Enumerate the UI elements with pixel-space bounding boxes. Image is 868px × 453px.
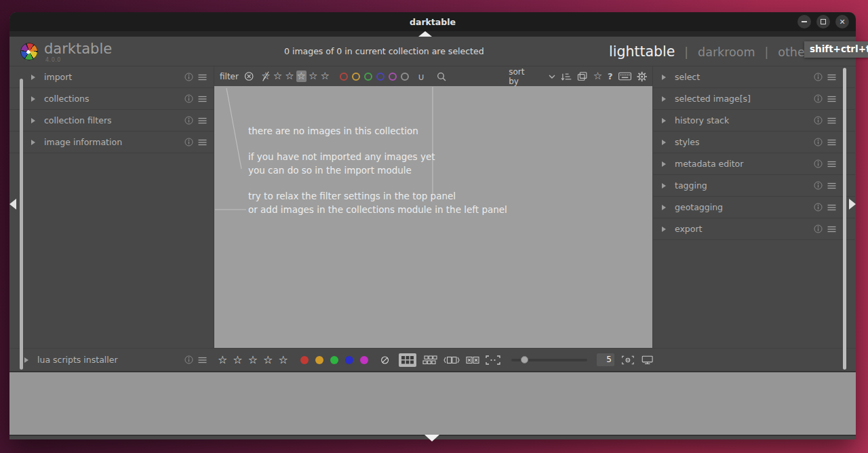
module-header[interactable]: geotagging — [653, 197, 855, 218]
module-presets-icon[interactable] — [827, 204, 836, 211]
yellow-label-filter-icon[interactable] — [352, 73, 360, 81]
collapse-bottom-arrow-icon[interactable] — [425, 435, 439, 441]
purple-label-filter-icon[interactable] — [389, 73, 397, 81]
culling-dynamic-icon[interactable] — [466, 355, 479, 365]
expander-triangle-icon — [24, 357, 28, 363]
star-filter-3-icon[interactable]: ☆ — [296, 71, 307, 82]
focus-peaking-icon[interactable] — [621, 355, 635, 366]
clear-color-labels-icon[interactable] — [380, 355, 389, 366]
module-info-icon[interactable] — [814, 94, 823, 103]
thumbnail-size-slider[interactable] — [511, 359, 587, 361]
module-info-icon[interactable] — [814, 224, 823, 233]
module-presets-icon[interactable] — [198, 139, 207, 146]
slider-knob[interactable] — [521, 356, 528, 363]
tab-lighttable[interactable]: lighttable — [609, 43, 675, 60]
shortcuts-keyboard-icon[interactable] — [618, 72, 631, 81]
red-label-icon[interactable] — [300, 356, 309, 364]
rate-3-star-icon[interactable]: ☆ — [248, 355, 258, 366]
module-header[interactable]: history stack — [653, 110, 855, 132]
module-header[interactable]: import — [9, 66, 214, 88]
star-filter-1-icon[interactable]: ☆ — [273, 71, 283, 82]
display-profile-icon[interactable] — [642, 355, 653, 366]
rate-4-star-icon[interactable]: ☆ — [263, 355, 273, 366]
green-label-icon[interactable] — [330, 356, 338, 364]
module-presets-icon[interactable] — [827, 161, 836, 168]
module-info-icon[interactable] — [814, 138, 823, 146]
module-presets-icon[interactable] — [198, 117, 207, 124]
label-union-operator-icon[interactable]: ∪ — [418, 71, 425, 82]
sort-order-icon[interactable] — [561, 72, 572, 81]
module-header[interactable]: select — [653, 66, 855, 88]
rate-5-star-icon[interactable]: ☆ — [278, 355, 288, 366]
module-info-icon[interactable] — [184, 73, 193, 81]
module-header[interactable]: metadata editor — [653, 153, 855, 175]
collapse-top-arrow-icon[interactable] — [418, 31, 432, 37]
module-header[interactable]: styles — [653, 132, 855, 153]
blue-label-icon[interactable] — [345, 356, 353, 364]
right-panel-scrollbar[interactable] — [843, 68, 846, 370]
module-info-icon[interactable] — [184, 355, 193, 364]
module-presets-icon[interactable] — [827, 139, 836, 146]
module-info-icon[interactable] — [814, 181, 823, 190]
module-header[interactable]: selected image[s] — [653, 88, 855, 110]
preferences-gear-icon[interactable] — [637, 71, 647, 82]
star-filter-2-icon[interactable]: ☆ — [284, 71, 294, 82]
zoom-level-value[interactable]: 5 — [597, 353, 614, 366]
module-label: geotagging — [675, 202, 814, 212]
zero-star-filter-icon[interactable]: ☆ — [260, 71, 271, 82]
red-label-filter-icon[interactable] — [340, 73, 348, 81]
module-presets-icon[interactable] — [198, 74, 207, 81]
reject-filter-icon[interactable] — [244, 71, 254, 81]
minimize-button[interactable] — [797, 15, 811, 28]
star-filter-4-icon[interactable]: ☆ — [308, 71, 318, 82]
module-presets-icon[interactable] — [827, 226, 836, 233]
module-header[interactable]: export — [653, 218, 855, 240]
rate-2-star-icon[interactable]: ☆ — [233, 355, 242, 366]
module-header[interactable]: collection filters — [9, 110, 214, 132]
module-info-icon[interactable] — [814, 203, 823, 212]
rate-1-star-icon[interactable]: ☆ — [218, 355, 227, 366]
full-preview-icon[interactable] — [486, 355, 500, 365]
module-info-icon[interactable] — [184, 94, 193, 103]
zoomable-lighttable-icon[interactable] — [422, 355, 437, 365]
module-presets-icon[interactable] — [827, 182, 836, 189]
expander-triangle-icon — [31, 118, 35, 123]
collapse-right-panel-arrow-icon[interactable] — [849, 199, 856, 210]
module-info-icon[interactable] — [184, 116, 193, 125]
module-presets-icon[interactable] — [198, 357, 207, 363]
close-button[interactable]: ✕ — [835, 15, 849, 28]
search-input[interactable] — [449, 71, 498, 83]
maximize-button[interactable] — [816, 15, 830, 28]
overlays-icon[interactable]: ☆ — [593, 71, 602, 81]
module-header-lua-scripts[interactable]: lua scripts installer — [9, 349, 214, 371]
left-panel-scrollbar[interactable] — [20, 79, 23, 370]
help-icon[interactable]: ? — [608, 71, 613, 81]
module-info-icon[interactable] — [814, 116, 823, 125]
module-info-icon[interactable] — [184, 138, 193, 146]
module-header[interactable]: collections — [9, 88, 214, 110]
yellow-label-icon[interactable] — [315, 356, 323, 364]
blue-label-filter-icon[interactable] — [376, 73, 384, 81]
green-label-filter-icon[interactable] — [364, 73, 372, 81]
module-header[interactable]: tagging — [653, 175, 855, 197]
filmstrip-area[interactable] — [9, 371, 856, 436]
expander-triangle-icon — [31, 75, 35, 80]
culling-fixed-icon[interactable] — [443, 355, 460, 365]
module-presets-icon[interactable] — [827, 117, 836, 124]
magenta-label-icon[interactable] — [360, 356, 368, 364]
module-info-icon[interactable] — [814, 159, 823, 168]
sort-field-dropdown[interactable] — [541, 71, 555, 83]
window-titlebar[interactable]: darktable ✕ — [9, 12, 856, 31]
gray-label-filter-icon[interactable] — [401, 73, 409, 81]
module-header[interactable]: image information — [9, 132, 214, 153]
module-info-icon[interactable] — [814, 73, 823, 81]
module-presets-icon[interactable] — [827, 96, 836, 102]
grid-icon — [401, 356, 414, 364]
grouping-icon[interactable] — [577, 71, 587, 81]
filemanager-layout-button[interactable] — [399, 353, 416, 367]
star-filter-5-icon[interactable]: ☆ — [320, 71, 330, 82]
collapse-left-panel-arrow-icon[interactable] — [9, 199, 16, 210]
module-presets-icon[interactable] — [827, 74, 836, 81]
tab-darkroom[interactable]: darkroom — [698, 45, 755, 59]
module-presets-icon[interactable] — [198, 96, 207, 102]
